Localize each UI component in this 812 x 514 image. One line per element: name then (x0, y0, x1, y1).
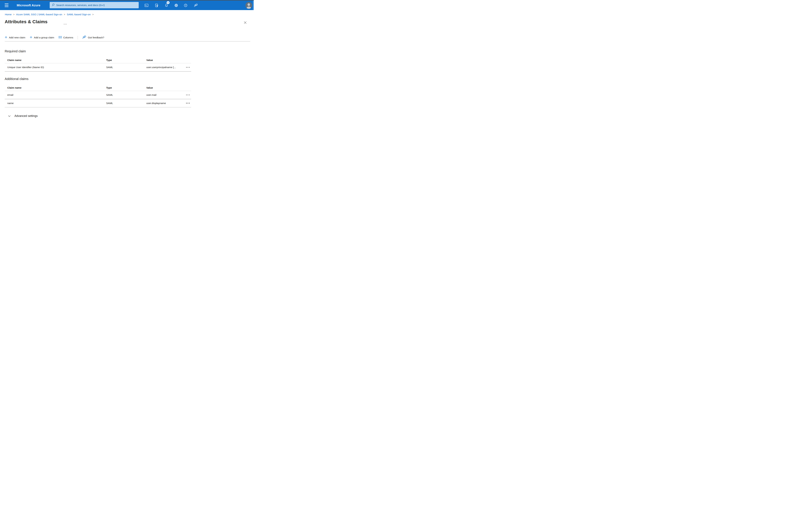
breadcrumb-separator: > (64, 13, 65, 16)
col-type: Type (106, 86, 146, 89)
col-claim-name: Claim name (5, 59, 106, 62)
svg-text:?: ? (185, 4, 186, 6)
notification-count-badge: 6 (167, 1, 170, 4)
command-bar: Add new claim Add a group claim Columns (5, 34, 104, 40)
breadcrumb: Home > Azure SAML SSO | SAML-based Sign-… (5, 13, 95, 16)
breadcrumb-separator: > (92, 13, 94, 16)
search-icon (52, 3, 55, 7)
claim-name-cell: name (5, 102, 106, 105)
filter-notifications-button[interactable] (153, 2, 160, 9)
value-cell: user.mail (146, 93, 185, 97)
azure-portal-window: Microsoft Azure (0, 0, 254, 129)
header-scrollbar-strip (253, 0, 254, 10)
col-value: Value (146, 86, 185, 89)
feedback-icon (82, 35, 86, 40)
plus-icon (30, 36, 32, 39)
type-cell: SAML (106, 102, 146, 105)
row-menu-button[interactable] (185, 102, 191, 104)
add-new-claim-label: Add new claim (9, 36, 25, 39)
row-menu-button[interactable] (185, 93, 191, 96)
col-claim-name: Claim name (5, 86, 106, 89)
table-row[interactable]: Unique User Identifier (Name ID) SAML us… (5, 63, 191, 71)
table-row[interactable]: name SAML user.displayname (5, 99, 191, 107)
value-cell: user.displayname (146, 102, 185, 105)
breadcrumb-signon-link[interactable]: SAML-based Sign-on (67, 13, 91, 16)
col-type: Type (106, 59, 146, 62)
row-menu-button[interactable] (185, 66, 191, 69)
page-title: Attributes & Claims (5, 19, 48, 24)
brand-title[interactable]: Microsoft Azure (17, 0, 40, 10)
table-row-divider (5, 71, 191, 72)
got-feedback-label: Got feedback? (88, 36, 104, 39)
columns-label: Columns (63, 36, 73, 39)
got-feedback-button[interactable]: Got feedback? (82, 35, 104, 40)
chevron-down-icon (8, 114, 10, 118)
title-overflow-ellipsis-icon[interactable] (63, 23, 67, 25)
breadcrumb-separator: > (13, 13, 14, 16)
add-new-claim-button[interactable]: Add new claim (5, 36, 25, 39)
command-bar-divider (5, 41, 250, 42)
breadcrumb-home-link[interactable]: Home (5, 13, 11, 16)
table-row-divider (5, 107, 191, 108)
table-header-row: Claim name Type Value (5, 57, 191, 63)
hamburger-menu-button[interactable] (5, 4, 8, 7)
table-row[interactable]: email SAML user.mail (5, 91, 191, 99)
search-input[interactable] (56, 4, 137, 7)
table-header-row: Claim name Type Value (5, 85, 191, 91)
value-cell: user.userprincipalname [... (146, 66, 185, 69)
settings-gear-button[interactable] (173, 2, 179, 9)
plus-icon (5, 36, 7, 39)
account-avatar[interactable] (245, 2, 252, 9)
close-blade-button[interactable] (243, 21, 247, 25)
add-group-claim-button[interactable]: Add a group claim (30, 36, 54, 39)
claim-name-cell: Unique User Identifier (Name ID) (5, 66, 106, 69)
add-group-claim-label: Add a group claim (34, 36, 54, 39)
toolbar-separator (78, 36, 78, 39)
additional-claims-table: Claim name Type Value email SAML user.ma… (5, 85, 191, 107)
col-value: Value (146, 59, 185, 62)
type-cell: SAML (106, 66, 146, 69)
type-cell: SAML (106, 93, 146, 97)
azure-top-bar: Microsoft Azure (0, 0, 254, 10)
feedback-button[interactable] (193, 2, 199, 9)
advanced-settings-expander[interactable]: Advanced settings (8, 114, 38, 118)
help-button[interactable]: ? (182, 2, 189, 9)
columns-icon (59, 36, 62, 39)
columns-button[interactable]: Columns (59, 36, 73, 39)
breadcrumb-app-link[interactable]: Azure SAML SSO | SAML-based Sign-on (16, 13, 62, 16)
cloud-shell-button[interactable] (143, 2, 150, 9)
required-claim-heading: Required claim (5, 49, 26, 53)
global-search[interactable] (50, 2, 139, 8)
required-claim-table: Claim name Type Value Unique User Identi… (5, 57, 191, 72)
claim-name-cell: email (5, 93, 106, 97)
additional-claims-heading: Additional claims (5, 77, 28, 81)
advanced-settings-label: Advanced settings (14, 114, 38, 118)
